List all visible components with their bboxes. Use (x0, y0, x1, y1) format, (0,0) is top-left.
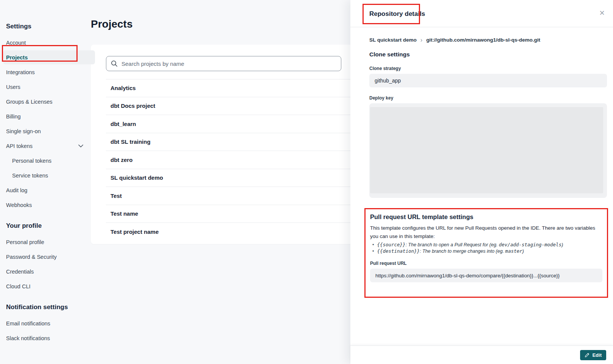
sidebar-item-service-tokens[interactable]: Service tokens (6, 168, 89, 183)
project-search (106, 56, 341, 71)
edit-button[interactable]: Edit (580, 350, 606, 360)
sidebar-item-billing[interactable]: Billing (6, 109, 89, 124)
sidebar-settings-heading: Settings (6, 21, 89, 32)
sidebar-item-audit-log[interactable]: Audit log (6, 183, 89, 198)
bullet-icon: • (372, 242, 374, 247)
pull-request-url-label: Pull request URL (370, 261, 602, 266)
sidebar-item-projects[interactable]: Projects (6, 50, 89, 65)
sidebar-item-webhooks[interactable]: Webhooks (6, 198, 89, 212)
pull-request-url-field[interactable]: https://github.com/mirnawong1/db-sl-qs-d… (370, 269, 602, 282)
sidebar-item-cloud-cli[interactable]: Cloud CLI (6, 279, 89, 294)
bullet-icon: • (372, 249, 374, 254)
sidebar-item-users[interactable]: Users (6, 79, 89, 94)
sidebar-item-credentials[interactable]: Credentials (6, 264, 89, 279)
pr-variable-destination: •{{destination}}: The branch to merge ch… (370, 248, 602, 255)
sidebar-item-personal-profile[interactable]: Personal profile (6, 235, 89, 249)
sidebar-item-account[interactable]: Account (6, 35, 89, 50)
pencil-icon (585, 353, 590, 358)
panel-header: Repository details × (350, 0, 613, 27)
deploy-key-redacted-content (370, 107, 603, 193)
search-icon (111, 60, 118, 68)
deploy-key-label: Deploy key (369, 95, 607, 101)
breadcrumb-repo-url: git://github.com/mirnawong1/db-sl-qs-dem… (426, 37, 540, 43)
sidebar-item-email-notifications[interactable]: Email notifications (6, 316, 89, 331)
notification-nav: Email notifications Slack notifications (6, 316, 89, 345)
sidebar-item-personal-tokens[interactable]: Personal tokens (6, 153, 89, 168)
clone-strategy-label: Clone strategy (369, 66, 607, 71)
panel-title: Repository details (369, 10, 425, 18)
panel-body: SL quickstart demo › git://github.com/mi… (350, 37, 613, 298)
sidebar-your-profile-heading: Your profile (6, 220, 89, 232)
settings-sidebar: Settings Account Projects Integrations U… (0, 0, 89, 364)
breadcrumb-project[interactable]: SL quickstart demo (369, 37, 417, 43)
sidebar-item-api-tokens[interactable]: API tokens (6, 138, 89, 153)
sidebar-item-password-security[interactable]: Password & Security (6, 249, 89, 264)
pr-template-heading: Pull request URL template settings (370, 213, 602, 221)
pr-template-description: This template configures the URL for new… (370, 224, 597, 240)
sidebar-item-slack-notifications[interactable]: Slack notifications (6, 331, 89, 345)
clone-strategy-field[interactable]: github_app (369, 74, 607, 87)
sidebar-notification-settings-heading: Notification settings (6, 302, 89, 313)
breadcrumb: SL quickstart demo › git://github.com/mi… (369, 37, 607, 43)
breadcrumb-separator-icon: › (420, 38, 422, 42)
pr-template-variables-list: •{{source}}: The branch to open a Pull R… (370, 242, 602, 254)
profile-nav: Personal profile Password & Security Cre… (6, 235, 89, 294)
sidebar-item-integrations[interactable]: Integrations (6, 65, 89, 79)
page-title: Projects (91, 18, 133, 30)
panel-footer: Edit (350, 345, 613, 364)
settings-nav: Account Projects Integrations Users Grou… (6, 35, 89, 212)
chevron-down-icon (78, 145, 83, 148)
sidebar-item-groups-licenses[interactable]: Groups & Licenses (6, 94, 89, 109)
deploy-key-field (369, 103, 607, 198)
search-input[interactable] (106, 56, 341, 71)
close-icon[interactable]: × (599, 8, 605, 17)
annotation-box-pr-template-section: Pull request URL template settings This … (364, 208, 608, 298)
clone-settings-heading: Clone settings (369, 51, 607, 58)
sidebar-item-single-sign-on[interactable]: Single sign-on (6, 124, 89, 138)
pr-variable-source: •{{source}}: The branch to open a Pull R… (370, 242, 602, 248)
repository-details-panel: Repository details × SL quickstart demo … (350, 0, 613, 364)
